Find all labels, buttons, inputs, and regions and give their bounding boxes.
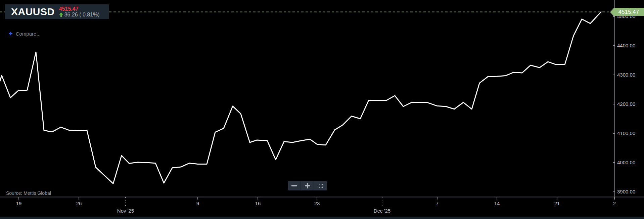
time-axis-label: 16 <box>255 201 261 207</box>
plus-icon: + <box>9 31 13 37</box>
symbol-legend[interactable]: XAUUSD 4515.47 36.26 ( 0.81%) <box>5 4 109 19</box>
symbol-title[interactable]: XAUUSD <box>11 7 55 17</box>
zoom-in-button[interactable] <box>301 181 314 190</box>
last-price-badge: 4515.47 <box>610 8 644 16</box>
time-axis-label: 19 <box>16 201 22 207</box>
time-axis-label: 21 <box>554 201 560 207</box>
time-axis-label: 2 <box>613 201 616 207</box>
time-axis-scale[interactable] <box>0 197 644 216</box>
minus-icon <box>291 185 297 186</box>
price-axis-label: 4300.00 <box>617 72 635 78</box>
compare-label: Compare... <box>16 31 41 37</box>
time-axis-label: 23 <box>314 201 320 207</box>
month-axis-label: Nov '25 <box>117 208 134 214</box>
price-axis-label: 4100.00 <box>617 130 635 136</box>
time-axis-label: 7 <box>436 201 439 207</box>
legend-values: 4515.47 36.26 ( 0.81%) <box>59 6 100 17</box>
price-axis-label: 4000.00 <box>617 160 635 166</box>
last-price-value: 4515.47 <box>59 6 100 12</box>
badge-price-text: 4515.47 <box>613 8 644 16</box>
zoom-toolbar <box>288 181 327 190</box>
time-axis-label: 26 <box>76 201 82 207</box>
change-value: 36.26 ( 0.81%) <box>64 12 100 17</box>
compare-button[interactable]: + Compare... <box>9 31 41 37</box>
price-axis-label: 4200.00 <box>617 101 635 107</box>
price-line-series <box>0 12 601 184</box>
source-attribution: Source: Mettis Global <box>6 190 51 196</box>
price-axis-label: 3900.00 <box>617 189 635 195</box>
price-axis-label: 4400.00 <box>617 43 635 49</box>
plus-icon <box>305 183 310 188</box>
price-axis-scale[interactable] <box>615 0 644 197</box>
trading-chart-page: { "window": {"width": 1918, "height": 65… <box>0 0 644 219</box>
fullscreen-button[interactable] <box>314 181 327 190</box>
time-axis-label: 9 <box>196 201 199 207</box>
arrow-up-icon <box>59 12 63 17</box>
month-axis-label: Dec '25 <box>374 208 390 214</box>
time-axis-label: 14 <box>494 201 500 207</box>
change-row: 36.26 ( 0.81%) <box>59 12 100 17</box>
fullscreen-icon <box>319 184 323 188</box>
zoom-out-button[interactable] <box>288 181 301 190</box>
bottom-panel-strip <box>0 217 644 219</box>
